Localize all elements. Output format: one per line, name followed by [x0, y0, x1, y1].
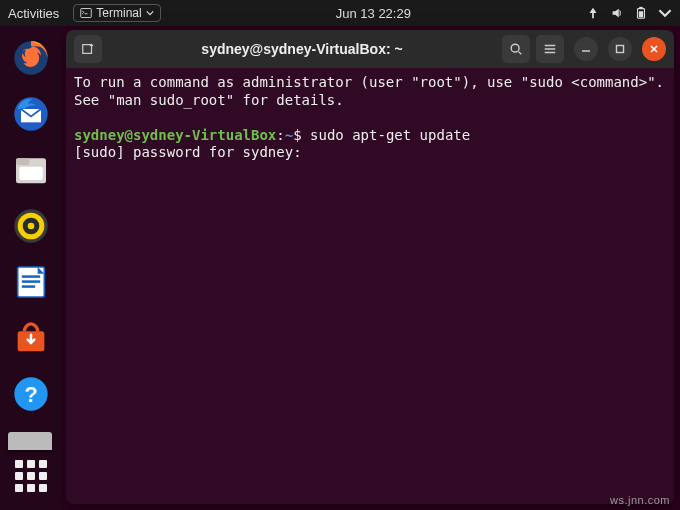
svg-rect-16	[22, 285, 35, 288]
svg-rect-14	[22, 275, 40, 278]
dock-rhythmbox[interactable]	[9, 204, 53, 248]
top-bar: Activities Terminal Jun 13 22:29	[0, 0, 680, 26]
svg-point-12	[28, 223, 35, 230]
dock-thunderbird[interactable]	[9, 92, 53, 136]
show-applications-button[interactable]	[9, 454, 53, 498]
terminal-body[interactable]: To run a command as administrator (user …	[66, 68, 674, 504]
window-title: sydney@sydney-VirtualBox: ~	[108, 41, 496, 57]
svg-rect-15	[22, 280, 40, 283]
maximize-icon	[615, 44, 625, 54]
dock: ?	[0, 26, 62, 510]
motd-line-1: To run a command as administrator (user …	[74, 74, 664, 90]
ubuntu-software-icon	[11, 318, 51, 358]
libreoffice-writer-icon	[11, 262, 51, 302]
thunderbird-icon	[11, 94, 51, 134]
dock-help[interactable]: ?	[9, 372, 53, 416]
svg-rect-2	[639, 7, 643, 9]
apps-grid-icon	[15, 460, 47, 492]
firefox-icon	[11, 38, 51, 78]
terminal-icon	[80, 7, 92, 19]
battery-icon	[634, 6, 648, 20]
search-button[interactable]	[502, 35, 530, 63]
dock-tray[interactable]	[8, 432, 52, 450]
prompt-path: ~	[285, 127, 293, 143]
close-icon	[649, 44, 659, 54]
prompt-user: sydney@sydney-VirtualBox	[74, 127, 276, 143]
terminal-window: sydney@sydney-VirtualBox: ~ To run a com…	[66, 30, 674, 504]
svg-rect-3	[639, 11, 643, 17]
svg-point-21	[511, 44, 519, 52]
clock[interactable]: Jun 13 22:29	[161, 6, 586, 21]
system-tray[interactable]	[586, 6, 672, 20]
svg-rect-0	[81, 9, 92, 18]
network-icon	[586, 6, 600, 20]
volume-icon	[610, 6, 624, 20]
dock-files[interactable]	[9, 148, 53, 192]
svg-text:?: ?	[24, 382, 37, 407]
svg-rect-22	[617, 46, 624, 53]
dock-firefox[interactable]	[9, 36, 53, 80]
password-prompt: [sudo] password for sydney:	[74, 144, 310, 160]
watermark: ws.jnn.com	[610, 494, 670, 506]
close-button[interactable]	[642, 37, 666, 61]
menu-button[interactable]	[536, 35, 564, 63]
app-menu-label: Terminal	[96, 6, 141, 20]
new-tab-button[interactable]	[74, 35, 102, 63]
rhythmbox-icon	[11, 206, 51, 246]
minimize-icon	[581, 44, 591, 54]
svg-rect-7	[16, 158, 29, 165]
chevron-down-icon	[658, 6, 672, 20]
command-text: sudo apt-get update	[310, 127, 470, 143]
hamburger-icon	[543, 42, 557, 56]
motd-line-2: See "man sudo_root" for details.	[74, 92, 344, 108]
activities-button[interactable]: Activities	[8, 6, 59, 21]
chevron-down-icon	[146, 9, 154, 17]
search-icon	[509, 42, 523, 56]
maximize-button[interactable]	[608, 37, 632, 61]
files-icon	[11, 150, 51, 190]
help-icon: ?	[11, 374, 51, 414]
titlebar: sydney@sydney-VirtualBox: ~	[66, 30, 674, 68]
new-tab-icon	[81, 42, 95, 56]
dock-software[interactable]	[9, 316, 53, 360]
dock-writer[interactable]	[9, 260, 53, 304]
minimize-button[interactable]	[574, 37, 598, 61]
svg-rect-8	[19, 167, 42, 180]
app-menu[interactable]: Terminal	[73, 4, 160, 22]
